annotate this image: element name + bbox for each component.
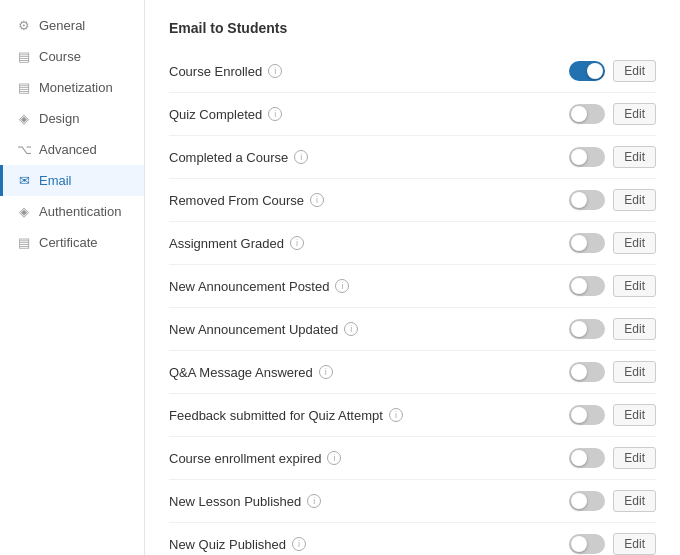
edit-button-qa-message-answered[interactable]: Edit: [613, 361, 656, 383]
info-icon-new-lesson-published[interactable]: i: [307, 494, 321, 508]
toggle-assignment-graded[interactable]: [569, 233, 605, 253]
toggle-new-lesson-published[interactable]: [569, 491, 605, 511]
toggle-qa-message-answered[interactable]: [569, 362, 605, 382]
general-icon: ⚙: [17, 19, 31, 33]
info-icon-new-announcement-posted[interactable]: i: [335, 279, 349, 293]
info-icon-assignment-graded[interactable]: i: [290, 236, 304, 250]
toggle-course-enrolled[interactable]: [569, 61, 605, 81]
sidebar: ⚙General▤Course▤Monetization◈Design⌥Adva…: [0, 0, 145, 555]
edit-button-assignment-graded[interactable]: Edit: [613, 232, 656, 254]
toggle-thumb-qa-message-answered: [571, 364, 587, 380]
edit-button-new-lesson-published[interactable]: Edit: [613, 490, 656, 512]
toggle-removed-from-course[interactable]: [569, 190, 605, 210]
email-row-qa-message-answered: Q&A Message AnswerediEdit: [169, 351, 656, 394]
email-row-quiz-completed: Quiz CompletediEdit: [169, 93, 656, 136]
toggle-thumb-course-enrollment-expired: [571, 450, 587, 466]
row-right-assignment-graded: Edit: [569, 232, 656, 254]
toggle-new-quiz-published[interactable]: [569, 534, 605, 554]
row-left-course-enrollment-expired: Course enrollment expiredi: [169, 451, 569, 466]
toggle-completed-course[interactable]: [569, 147, 605, 167]
info-icon-qa-message-answered[interactable]: i: [319, 365, 333, 379]
toggle-thumb-course-enrolled: [587, 63, 603, 79]
email-row-new-announcement-updated: New Announcement UpdatediEdit: [169, 308, 656, 351]
email-row-course-enrolled: Course EnrollediEdit: [169, 50, 656, 93]
row-left-feedback-quiz-attempt: Feedback submitted for Quiz Attempti: [169, 408, 569, 423]
row-right-course-enrollment-expired: Edit: [569, 447, 656, 469]
row-label-assignment-graded: Assignment Graded: [169, 236, 284, 251]
info-icon-removed-from-course[interactable]: i: [310, 193, 324, 207]
toggle-new-announcement-updated[interactable]: [569, 319, 605, 339]
toggle-course-enrollment-expired[interactable]: [569, 448, 605, 468]
edit-button-feedback-quiz-attempt[interactable]: Edit: [613, 404, 656, 426]
row-label-new-announcement-posted: New Announcement Posted: [169, 279, 329, 294]
toggle-quiz-completed[interactable]: [569, 104, 605, 124]
row-left-new-announcement-updated: New Announcement Updatedi: [169, 322, 569, 337]
row-label-quiz-completed: Quiz Completed: [169, 107, 262, 122]
email-row-new-announcement-posted: New Announcement PostediEdit: [169, 265, 656, 308]
edit-button-new-announcement-updated[interactable]: Edit: [613, 318, 656, 340]
sidebar-item-design[interactable]: ◈Design: [0, 103, 144, 134]
row-left-quiz-completed: Quiz Completedi: [169, 107, 569, 122]
sidebar-item-email[interactable]: ✉Email: [0, 165, 144, 196]
toggle-track-quiz-completed: [569, 104, 605, 124]
email-row-new-quiz-published: New Quiz PublishediEdit: [169, 523, 656, 555]
email-row-new-lesson-published: New Lesson PublishediEdit: [169, 480, 656, 523]
row-label-feedback-quiz-attempt: Feedback submitted for Quiz Attempt: [169, 408, 383, 423]
info-icon-completed-course[interactable]: i: [294, 150, 308, 164]
edit-button-quiz-completed[interactable]: Edit: [613, 103, 656, 125]
toggle-thumb-new-announcement-updated: [571, 321, 587, 337]
edit-button-course-enrolled[interactable]: Edit: [613, 60, 656, 82]
email-list: Course EnrollediEditQuiz CompletediEditC…: [169, 50, 656, 555]
info-icon-course-enrolled[interactable]: i: [268, 64, 282, 78]
row-left-assignment-graded: Assignment Gradedi: [169, 236, 569, 251]
edit-button-removed-from-course[interactable]: Edit: [613, 189, 656, 211]
sidebar-item-general[interactable]: ⚙General: [0, 10, 144, 41]
advanced-icon: ⌥: [17, 143, 31, 157]
edit-button-course-enrollment-expired[interactable]: Edit: [613, 447, 656, 469]
row-right-removed-from-course: Edit: [569, 189, 656, 211]
toggle-thumb-quiz-completed: [571, 106, 587, 122]
edit-button-new-announcement-posted[interactable]: Edit: [613, 275, 656, 297]
toggle-thumb-feedback-quiz-attempt: [571, 407, 587, 423]
edit-button-new-quiz-published[interactable]: Edit: [613, 533, 656, 555]
toggle-new-announcement-posted[interactable]: [569, 276, 605, 296]
info-icon-quiz-completed[interactable]: i: [268, 107, 282, 121]
sidebar-item-monetization[interactable]: ▤Monetization: [0, 72, 144, 103]
sidebar-label-general: General: [39, 18, 85, 33]
sidebar-item-certificate[interactable]: ▤Certificate: [0, 227, 144, 258]
info-icon-new-quiz-published[interactable]: i: [292, 537, 306, 551]
section-title: Email to Students: [169, 20, 656, 36]
email-row-completed-course: Completed a CourseiEdit: [169, 136, 656, 179]
info-icon-course-enrollment-expired[interactable]: i: [327, 451, 341, 465]
sidebar-label-authentication: Authentication: [39, 204, 121, 219]
row-left-completed-course: Completed a Coursei: [169, 150, 569, 165]
row-right-new-announcement-updated: Edit: [569, 318, 656, 340]
main-content: Email to Students Course EnrollediEditQu…: [145, 0, 680, 555]
info-icon-new-announcement-updated[interactable]: i: [344, 322, 358, 336]
row-right-completed-course: Edit: [569, 146, 656, 168]
certificate-icon: ▤: [17, 236, 31, 250]
row-right-new-quiz-published: Edit: [569, 533, 656, 555]
toggle-feedback-quiz-attempt[interactable]: [569, 405, 605, 425]
sidebar-item-course[interactable]: ▤Course: [0, 41, 144, 72]
sidebar-item-advanced[interactable]: ⌥Advanced: [0, 134, 144, 165]
row-left-new-announcement-posted: New Announcement Postedi: [169, 279, 569, 294]
toggle-thumb-new-quiz-published: [571, 536, 587, 552]
row-right-new-lesson-published: Edit: [569, 490, 656, 512]
row-label-course-enrolled: Course Enrolled: [169, 64, 262, 79]
edit-button-completed-course[interactable]: Edit: [613, 146, 656, 168]
toggle-track-completed-course: [569, 147, 605, 167]
toggle-track-course-enrollment-expired: [569, 448, 605, 468]
email-row-course-enrollment-expired: Course enrollment expirediEdit: [169, 437, 656, 480]
sidebar-item-authentication[interactable]: ◈Authentication: [0, 196, 144, 227]
toggle-track-new-quiz-published: [569, 534, 605, 554]
row-label-completed-course: Completed a Course: [169, 150, 288, 165]
info-icon-feedback-quiz-attempt[interactable]: i: [389, 408, 403, 422]
sidebar-label-design: Design: [39, 111, 79, 126]
toggle-thumb-removed-from-course: [571, 192, 587, 208]
row-label-course-enrollment-expired: Course enrollment expired: [169, 451, 321, 466]
toggle-track-course-enrolled: [569, 61, 605, 81]
sidebar-label-monetization: Monetization: [39, 80, 113, 95]
toggle-thumb-assignment-graded: [571, 235, 587, 251]
row-left-new-quiz-published: New Quiz Publishedi: [169, 537, 569, 552]
